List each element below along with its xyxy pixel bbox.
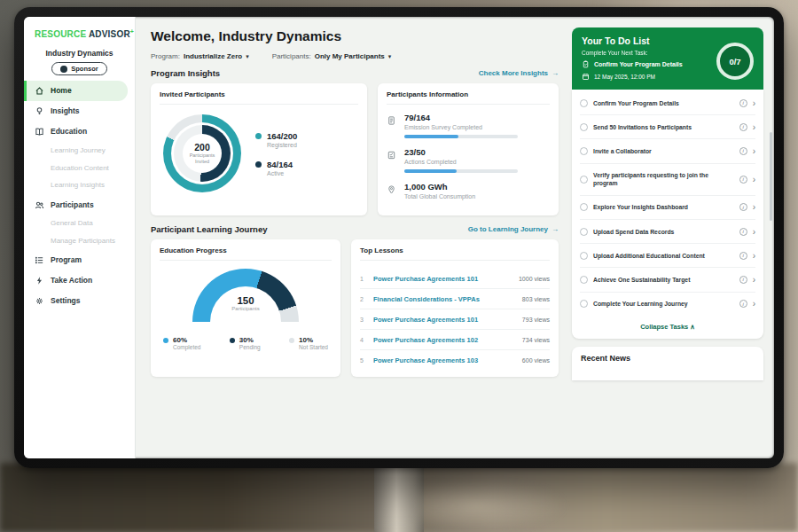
chevron-up-icon: ∧	[690, 323, 695, 331]
info-icon[interactable]: i	[739, 228, 747, 236]
sidebar-item-label: Learning Insights	[51, 182, 105, 190]
chevron-right-icon[interactable]: ›	[753, 123, 755, 131]
sidebar-item-participants[interactable]: Participants	[24, 195, 135, 215]
sidebar-item-learning-journey[interactable]: Learning Journey	[24, 142, 135, 160]
sidebar-nav: Home Insights Education Learning Journey	[24, 81, 135, 311]
legend-label: Pending	[239, 344, 261, 350]
task-row-verify-participants[interactable]: Verify participants requesting to join t…	[580, 164, 755, 196]
go-to-learning-journey-link[interactable]: Go to Learning Journey →	[468, 225, 559, 233]
task-label: Explore Your Insights Dashboard	[593, 203, 734, 211]
lesson-link[interactable]: Power Purchase Agreements 102	[373, 336, 516, 344]
checkbox[interactable]	[580, 176, 588, 184]
lesson-link[interactable]: Power Purchase Agreements 101	[373, 275, 512, 283]
lesson-link[interactable]: Power Purchase Agreements 103	[373, 356, 516, 364]
collapse-tasks-button[interactable]: Collapse Tasks ∧	[580, 316, 755, 335]
background-photo: RESOURCE ADVISOR+ Industry Dynamics Spon…	[0, 0, 798, 532]
checkbox[interactable]	[580, 276, 588, 284]
sidebar-item-education-content[interactable]: Education Content	[24, 160, 135, 177]
lesson-rank: 3	[360, 317, 367, 323]
checkbox[interactable]	[580, 147, 588, 155]
lesson-link[interactable]: Financial Considerations - VPPAs	[373, 295, 516, 303]
sidebar-item-insights[interactable]: Insights	[24, 101, 135, 121]
arrow-right-icon: →	[552, 69, 559, 77]
info-icon[interactable]: i	[739, 300, 747, 308]
info-icon[interactable]: i	[739, 147, 747, 155]
sidebar-item-label: Settings	[51, 297, 81, 305]
sidebar-item-take-action[interactable]: Take Action	[24, 270, 135, 291]
sidebar-item-label: Insights	[51, 107, 80, 115]
gauge-value: 150	[192, 295, 299, 306]
checkbox[interactable]	[580, 252, 588, 260]
task-row-upload-educational-content[interactable]: Upload Additional Educational Content i …	[580, 244, 755, 268]
scrollbar[interactable]	[770, 132, 772, 221]
app-window: RESOURCE ADVISOR+ Industry Dynamics Spon…	[24, 17, 774, 458]
todo-progress-ring: 0/7	[716, 43, 754, 80]
lesson-link[interactable]: Power Purchase Agreements 101	[373, 316, 516, 324]
task-row-explore-insights[interactable]: Explore Your Insights Dashboard i ›	[580, 196, 755, 220]
program-filter-value: Industrialize Zero	[184, 52, 242, 60]
sidebar-item-label: Program	[51, 256, 82, 264]
sidebar-item-program[interactable]: Program	[24, 250, 135, 270]
chevron-right-icon[interactable]: ›	[753, 176, 755, 184]
chevron-right-icon[interactable]: ›	[753, 147, 755, 155]
task-row-achieve-target[interactable]: Achieve One Sustainability Target i ›	[580, 268, 755, 292]
bolt-icon	[35, 276, 44, 286]
lesson-row: 5 Power Purchase Agreements 103 600 view…	[360, 350, 550, 370]
task-label: Send 50 Invitations to Participants	[593, 123, 734, 131]
progress-bar	[404, 169, 518, 173]
insights-cards-row: Invited Participants 200 Participants In…	[151, 83, 559, 215]
task-label: Invite a Collaborator	[593, 147, 734, 155]
checkbox[interactable]	[580, 300, 588, 308]
sidebar-item-settings[interactable]: Settings	[24, 291, 135, 311]
check-more-insights-link[interactable]: Check More Insights →	[479, 69, 559, 77]
task-row-send-invitations[interactable]: Send 50 Invitations to Participants i ›	[580, 115, 755, 139]
metric-label: Total Global Consumption	[404, 193, 475, 200]
survey-icon	[387, 113, 397, 129]
info-icon[interactable]: i	[739, 203, 747, 211]
info-icon[interactable]: i	[739, 276, 747, 284]
lesson-row: 2 Financial Considerations - VPPAs 803 v…	[360, 289, 550, 309]
task-row-complete-learning-journey[interactable]: Complete Your Learning Journey i ›	[580, 293, 755, 316]
task-row-confirm-program[interactable]: Confirm Your Program Details i ›	[580, 91, 755, 115]
sidebar-item-home[interactable]: Home	[24, 81, 128, 101]
checkbox[interactable]	[580, 99, 588, 107]
info-icon[interactable]: i	[739, 252, 747, 260]
journey-cards-row: Education Progress 150 Participants	[151, 239, 559, 377]
lesson-row: 1 Power Purchase Agreements 101 1000 vie…	[360, 269, 550, 289]
chevron-right-icon[interactable]: ›	[753, 252, 755, 260]
participants-filter[interactable]: Participants: Only My Participants ▾	[272, 52, 392, 60]
legend-value: 60%	[173, 336, 200, 344]
sponsor-badge: Sponsor	[51, 62, 106, 75]
todo-next-task-label: Confirm Your Program Details	[594, 61, 683, 67]
sidebar-item-general-data[interactable]: General Data	[24, 215, 135, 233]
task-row-upload-spend-data[interactable]: Upload Spend Data Records i ›	[580, 220, 755, 244]
org-name: Industry Dynamics	[24, 49, 135, 58]
chevron-right-icon[interactable]: ›	[753, 228, 755, 236]
logo-plus: +	[130, 28, 134, 35]
info-icon[interactable]: i	[739, 99, 747, 107]
metric-label: Emission Survey Completed	[404, 124, 518, 130]
metric-value: 79/164	[404, 113, 518, 122]
sidebar-item-learning-insights[interactable]: Learning Insights	[24, 177, 135, 195]
info-icon[interactable]: i	[739, 123, 747, 131]
card-title: Top Lessons	[360, 246, 550, 261]
todo-due-label: 12 May 2025, 12:00 PM	[594, 74, 655, 80]
legend-label: Registered	[267, 142, 297, 148]
section-title: Participant Learning Journey	[151, 224, 267, 234]
info-icon[interactable]: i	[739, 176, 747, 184]
sidebar-item-education[interactable]: Education	[24, 121, 135, 142]
chevron-right-icon[interactable]: ›	[753, 276, 755, 284]
checkbox[interactable]	[580, 123, 588, 131]
task-row-invite-collaborator[interactable]: Invite a Collaborator i ›	[580, 139, 755, 163]
chevron-right-icon[interactable]: ›	[753, 99, 755, 107]
home-icon	[35, 86, 44, 96]
sidebar-item-manage-participants[interactable]: Manage Participants	[24, 233, 135, 251]
legend-label: Active	[267, 170, 293, 176]
chevron-right-icon[interactable]: ›	[753, 203, 755, 211]
program-filter[interactable]: Program: Industrialize Zero ▾	[151, 52, 249, 60]
checkbox[interactable]	[580, 228, 588, 236]
main-content: Welcome, Industry Dynamics Program: Indu…	[136, 17, 572, 458]
chevron-right-icon[interactable]: ›	[753, 300, 755, 308]
donut-center-label: Participants Invited	[183, 153, 222, 165]
checkbox[interactable]	[580, 203, 588, 211]
